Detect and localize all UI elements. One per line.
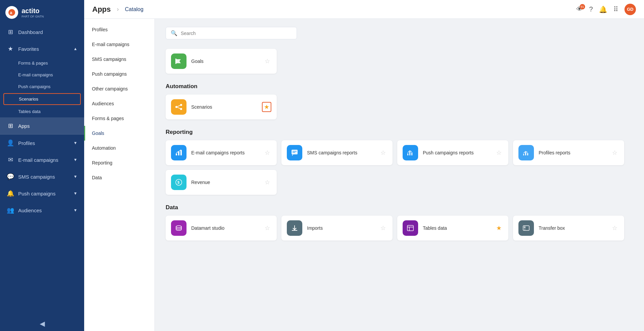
svg-line-6 bbox=[177, 105, 180, 107]
scenarios-star-button[interactable]: ★ bbox=[262, 102, 271, 112]
sidebar-sub-forms-pages[interactable]: Forms & pages bbox=[0, 57, 84, 69]
favorites-icon: ★ bbox=[7, 45, 14, 52]
sidebar-sub-push-campaigns[interactable]: Push campaigns bbox=[0, 81, 84, 93]
card-email-reports[interactable]: E-mail campaigns reports ☆ bbox=[166, 140, 277, 165]
sec-nav-label: Other campaigns bbox=[92, 86, 128, 91]
email-reports-label: E-mail campaigns reports bbox=[191, 150, 259, 155]
sidebar-item-audiences[interactable]: 👥 Audiences ▼ bbox=[0, 202, 84, 219]
sidebar-item-label: Favorites bbox=[18, 46, 39, 52]
svg-rect-10 bbox=[180, 150, 182, 155]
sidebar-item-label: Profiles bbox=[18, 140, 35, 146]
email-icon: ✉ bbox=[7, 156, 14, 163]
svg-line-7 bbox=[177, 107, 180, 109]
card-scenarios[interactable]: Scenarios ★ bbox=[166, 95, 277, 119]
data-cards-row: Datamart studio ☆ Imports ☆ bbox=[166, 216, 633, 241]
sidebar-item-sms-campaigns[interactable]: 💬 SMS campaigns ▼ bbox=[0, 168, 84, 185]
sidebar-sub-email-campaigns[interactable]: E-mail campaigns bbox=[0, 69, 84, 81]
sec-nav-email-campaigns[interactable]: E-mail campaigns bbox=[84, 37, 155, 52]
sidebar-item-dashboard[interactable]: ⊞ Dashboard bbox=[0, 24, 84, 40]
logo-area: a actito PART OF GNTN bbox=[0, 0, 84, 24]
card-imports[interactable]: Imports ☆ bbox=[281, 216, 393, 241]
push-reports-label: Push campaigns reports bbox=[423, 150, 490, 155]
goals-cards-row: Goals ☆ bbox=[166, 49, 633, 74]
sidebar-item-label: Audiences bbox=[18, 208, 42, 213]
search-bar[interactable]: 🔍 bbox=[166, 27, 297, 39]
grid-icon[interactable]: ⠿ bbox=[613, 5, 618, 13]
sec-nav-goals[interactable]: Goals bbox=[84, 126, 155, 141]
sec-nav-automation[interactable]: Automation bbox=[84, 141, 155, 155]
revenue-star[interactable]: ☆ bbox=[263, 177, 271, 187]
svg-rect-24 bbox=[523, 226, 529, 230]
profiles-reports-icon bbox=[518, 145, 534, 160]
goals-card-icon bbox=[171, 53, 187, 69]
card-profiles-reports[interactable]: Profiles reports ☆ bbox=[513, 140, 624, 165]
sec-nav-profiles[interactable]: Profiles bbox=[84, 22, 155, 37]
breadcrumb-separator: › bbox=[117, 6, 119, 13]
card-revenue[interactable]: $ Revenue ☆ bbox=[166, 170, 277, 195]
svg-rect-19 bbox=[527, 153, 528, 155]
card-sms-reports[interactable]: SMS campaigns reports ☆ bbox=[281, 140, 393, 165]
card-tables-data[interactable]: Tables data ★ bbox=[397, 216, 508, 241]
tables-data-star[interactable]: ★ bbox=[495, 223, 503, 233]
svg-rect-23 bbox=[407, 225, 413, 231]
sidebar-sub-tables-data[interactable]: Tables data bbox=[0, 106, 84, 117]
sidebar-item-email-campaigns[interactable]: ✉ E-mail campaigns ▼ bbox=[0, 151, 84, 168]
svg-rect-18 bbox=[525, 152, 526, 155]
sec-nav-reporting[interactable]: Reporting bbox=[84, 155, 155, 170]
transfer-box-star[interactable]: ☆ bbox=[611, 223, 619, 233]
help-icon[interactable]: ? bbox=[589, 5, 593, 13]
sidebar-item-profiles[interactable]: 👤 Profiles ▼ bbox=[0, 135, 84, 151]
chevron-down-icon: ▼ bbox=[73, 174, 77, 179]
sms-reports-star[interactable]: ☆ bbox=[379, 148, 387, 158]
push-icon: 🔔 bbox=[7, 190, 14, 197]
sidebar-item-apps[interactable]: ⊞ Apps bbox=[0, 117, 84, 135]
svg-rect-17 bbox=[523, 154, 524, 155]
goals-star-button[interactable]: ☆ bbox=[263, 56, 271, 66]
scenarios-card-icon bbox=[171, 99, 187, 115]
chevron-down-icon: ▼ bbox=[73, 191, 77, 196]
svg-point-4 bbox=[180, 104, 182, 106]
push-reports-icon bbox=[403, 145, 418, 160]
sec-nav-data[interactable]: Data bbox=[84, 170, 155, 185]
imports-label: Imports bbox=[307, 225, 374, 231]
card-transfer-box[interactable]: Transfer box ☆ bbox=[513, 216, 624, 241]
sec-nav-label: Profiles bbox=[92, 27, 108, 32]
profiles-reports-star[interactable]: ☆ bbox=[611, 148, 619, 158]
tables-data-label: Tables data bbox=[423, 225, 490, 231]
push-reports-star[interactable]: ☆ bbox=[495, 148, 503, 158]
revenue-icon: $ bbox=[171, 175, 187, 190]
sec-nav-label: Automation bbox=[92, 145, 116, 151]
card-push-reports[interactable]: Push campaigns reports ☆ bbox=[397, 140, 508, 165]
sec-nav-sms-campaigns[interactable]: SMS campaigns bbox=[84, 52, 155, 67]
sidebar-item-label: Apps bbox=[18, 123, 30, 129]
sec-nav-audiences[interactable]: Audiences bbox=[84, 96, 155, 111]
bell-icon[interactable]: 🔔 bbox=[599, 5, 607, 13]
sec-nav-label: E-mail campaigns bbox=[92, 42, 129, 47]
card-goals[interactable]: Goals ☆ bbox=[166, 49, 277, 74]
sidebar-collapse-button[interactable]: ◀ bbox=[0, 316, 84, 331]
revenue-label: Revenue bbox=[191, 180, 259, 185]
search-input[interactable] bbox=[181, 31, 292, 36]
card-datamart-studio[interactable]: Datamart studio ☆ bbox=[166, 216, 277, 241]
avatar[interactable]: GD bbox=[624, 4, 636, 15]
transfer-box-label: Transfer box bbox=[539, 225, 606, 231]
transfer-box-icon bbox=[518, 220, 534, 236]
profiles-icon: 👤 bbox=[7, 139, 14, 147]
sidebar-item-push-campaigns[interactable]: 🔔 Push campaigns ▼ bbox=[0, 185, 84, 202]
sec-nav-label: SMS campaigns bbox=[92, 57, 126, 62]
sidebar-item-favorites[interactable]: ★ Favorites ▲ bbox=[0, 40, 84, 57]
sub-item-label: Forms & pages bbox=[18, 61, 48, 66]
imports-star[interactable]: ☆ bbox=[379, 223, 387, 233]
email-reports-star[interactable]: ☆ bbox=[263, 148, 271, 158]
goals-card-label: Goals bbox=[191, 59, 259, 64]
datamart-star[interactable]: ☆ bbox=[263, 223, 271, 233]
sec-nav-forms-pages[interactable]: Forms & pages bbox=[84, 111, 155, 126]
svg-text:a: a bbox=[10, 10, 12, 15]
svg-rect-16 bbox=[411, 152, 412, 155]
sidebar-sub-scenarios[interactable]: Scenarios bbox=[3, 93, 81, 105]
sec-nav-other-campaigns[interactable]: Other campaigns bbox=[84, 81, 155, 96]
topbar: Apps › Catalog 👁 91 ? 🔔 ⠿ GD bbox=[84, 0, 644, 19]
notifications-eye-icon[interactable]: 👁 91 bbox=[576, 5, 583, 13]
breadcrumb[interactable]: Catalog bbox=[125, 6, 143, 12]
sec-nav-push-campaigns[interactable]: Push campaigns bbox=[84, 67, 155, 81]
